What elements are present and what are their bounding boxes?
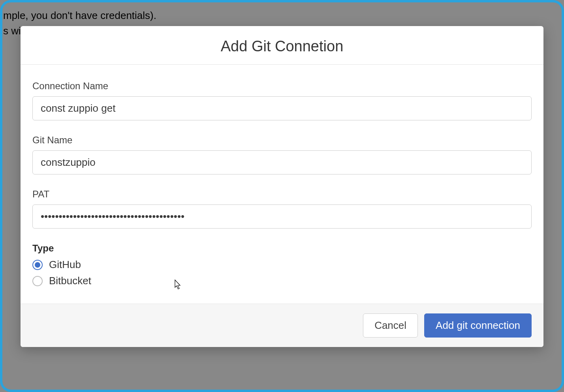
- modal-title: Add Git Connetion: [32, 38, 532, 55]
- git-name-label: Git Name: [32, 135, 532, 146]
- radio-option-github[interactable]: GitHub: [32, 259, 532, 271]
- add-git-connection-modal: Add Git Connetion Connection Name Git Na…: [21, 26, 543, 347]
- connection-name-input[interactable]: [32, 96, 532, 120]
- radio-dot-icon: [35, 262, 40, 268]
- radio-label-bitbucket: Bitbucket: [49, 275, 91, 287]
- git-name-input[interactable]: [32, 150, 532, 174]
- modal-header: Add Git Connetion: [21, 26, 543, 65]
- radio-option-bitbucket[interactable]: Bitbucket: [32, 275, 532, 287]
- cancel-button[interactable]: Cancel: [363, 313, 418, 338]
- connection-name-label: Connection Name: [32, 81, 532, 92]
- modal-body: Connection Name Git Name PAT Type GitHub: [21, 65, 543, 304]
- radio-circle-icon: [32, 260, 43, 270]
- background-line-1: mple, you don't have credentials).: [2, 8, 156, 23]
- type-group: Type GitHub Bitbucket: [32, 243, 532, 287]
- radio-circle-icon: [32, 276, 43, 286]
- type-radio-group: GitHub Bitbucket: [32, 259, 532, 287]
- add-git-connection-button[interactable]: Add git connection: [424, 313, 532, 338]
- pat-group: PAT: [32, 189, 532, 229]
- pat-input[interactable]: [32, 204, 532, 229]
- pat-label: PAT: [32, 189, 532, 200]
- radio-label-github: GitHub: [49, 259, 81, 271]
- connection-name-group: Connection Name: [32, 81, 532, 120]
- modal-footer: Cancel Add git connection: [21, 304, 543, 347]
- type-label: Type: [32, 243, 532, 254]
- git-name-group: Git Name: [32, 135, 532, 174]
